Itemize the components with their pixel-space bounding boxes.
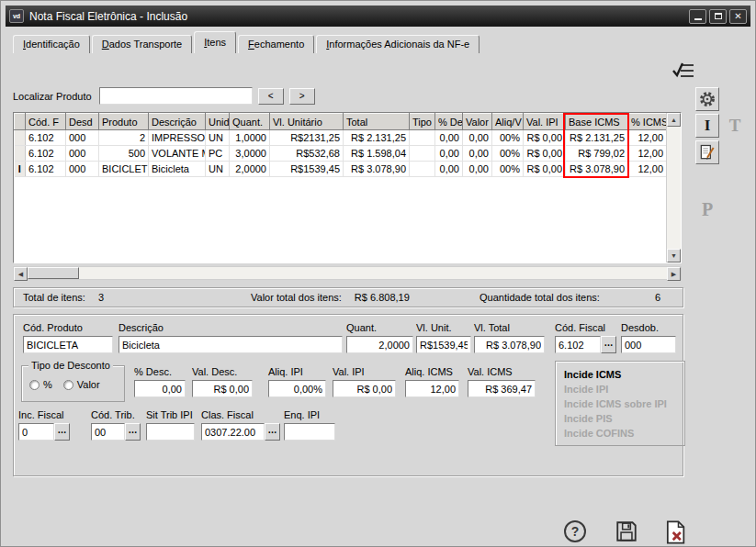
pct-desc-field[interactable] [134,380,186,397]
val-desc-field[interactable] [192,380,253,397]
cod-trib-label: Cód. Trib. [91,409,141,420]
locate-product-input[interactable] [99,87,253,105]
scroll-up-button[interactable]: ▲ [667,113,681,127]
total-value-label: Valor total dos itens: [251,292,342,303]
grid-header[interactable]: Total [344,114,410,130]
cell-base-icms: R$ 799,02 [566,146,628,162]
tab-informacoes-adicionais[interactable]: Informações Adicionais da NF-e [316,35,480,53]
table-row-current[interactable]: I 6.102 000 BICICLET Bicicleta UN 2,0000… [15,162,667,177]
cell: 3,0000 [230,146,270,162]
grid-header[interactable]: Aliq/V [492,114,524,130]
sit-trib-ipi-field[interactable] [146,423,195,441]
italic-button[interactable]: I [695,114,719,138]
vl-total-field[interactable] [474,336,545,353]
quant-field[interactable] [346,336,413,353]
document-edit-icon [698,143,717,162]
clas-fiscal-lookup-button[interactable]: … [265,423,280,441]
radio-icon [63,380,73,390]
grid-header[interactable]: Produto [99,114,149,130]
cod-produto-field[interactable] [23,336,113,353]
title-bar[interactable]: vd Nota Fiscal Eletrônica - Inclusão ✕ [6,6,750,27]
total-qty-value: 6 [655,292,660,303]
grid-header[interactable]: Desd [66,114,99,130]
table-row[interactable]: 6.102 000 2 IMPRESSOR UN 1,0000 R$2131,2… [15,130,667,146]
cell: 2 [99,130,149,146]
grid-header[interactable]: Quant. [230,114,270,130]
tab-fechamento[interactable]: Fechamento [238,35,314,53]
scrollbar-thumb[interactable] [28,267,79,279]
grid-header[interactable]: Tipo [410,114,435,130]
cell: 0,00 [463,146,492,162]
vl-total-label: Vl. Total [474,322,545,333]
cell: 6.102 [26,146,66,162]
clas-fiscal-field[interactable] [201,423,265,441]
vl-unit-label: Vl. Unit. [416,322,471,333]
enq-ipi-field[interactable] [284,423,335,441]
maximize-button[interactable] [709,9,727,24]
incide-icms-item: Incide ICMS [564,367,676,382]
cell [410,130,435,146]
cod-trib-lookup-button[interactable]: … [125,423,141,441]
grid-header[interactable]: Unid [206,114,230,130]
cell: BICICLET [99,162,149,177]
quant-label: Quant. [346,322,413,333]
row-selector [15,146,26,162]
settings-button[interactable] [695,87,719,111]
aliq-icms-field[interactable] [405,380,459,397]
grid-header[interactable]: Valor [463,114,492,130]
inc-fiscal-lookup-button[interactable]: … [54,423,70,441]
cancel-button[interactable] [661,519,689,546]
grid-header[interactable]: % De [435,114,463,130]
edit-document-button[interactable] [695,140,719,164]
cod-trib-field[interactable] [91,423,125,441]
val-icms-label: Val. ICMS [468,366,536,377]
cell: UN [206,130,230,146]
previous-item-button[interactable]: < [258,88,284,105]
horizontal-scrollbar[interactable]: ◀ ▶ [13,266,682,280]
descricao-field[interactable] [118,336,343,353]
scroll-down-button[interactable]: ▼ [667,249,681,262]
minimize-button[interactable] [689,9,706,24]
grid-header[interactable]: Descrição [149,114,206,130]
grid-header[interactable]: % ICMS [628,114,667,130]
tab-dados-transporte[interactable]: Dados Transporte [92,35,192,53]
scroll-left-button[interactable]: ◀ [14,267,28,281]
aliq-ipi-field[interactable] [268,380,326,397]
grid-header[interactable]: Val. IPI [524,114,566,130]
discount-type-title: Tipo de Desconto [28,360,113,371]
tab-itens[interactable]: Itens [194,31,236,53]
cod-produto-label: Cód. Produto [23,322,113,333]
val-icms-field[interactable] [468,380,536,397]
val-desc-label: Val. Desc. [192,366,253,377]
discount-percent-radio[interactable]: % [29,379,52,390]
table-row[interactable]: 6.102 000 500 VOLANTE M PC 3,0000 R$532,… [15,146,667,162]
scrollbar-track[interactable] [28,267,667,279]
cell: 0,00 [435,130,463,146]
cell: 6.102 [26,130,66,146]
cell-base-icms: R$ 3.078,90 [566,162,628,177]
cell: 0,00 [435,146,463,162]
cell: R$ 1.598,04 [344,146,410,162]
cod-fiscal-field[interactable] [555,336,601,353]
help-button[interactable]: ? [562,519,588,544]
grid-header[interactable]: Vl. Unitário [270,114,344,130]
cell: R$1539,45 [270,162,344,177]
cod-fiscal-lookup-button[interactable]: … [601,336,616,353]
minimize-icon [694,18,702,20]
grid-header[interactable]: Cód. F [26,114,66,130]
val-ipi-field[interactable] [333,380,396,397]
grid-header-base-icms[interactable]: Base ICMS [566,114,628,130]
aliq-icms-label: Aliq. ICMS [405,366,459,377]
scroll-right-button[interactable]: ▶ [667,267,681,281]
inc-fiscal-field[interactable] [18,423,54,441]
close-button[interactable]: ✕ [729,9,747,24]
discount-value-radio[interactable]: Valor [63,379,100,390]
mark-items-button[interactable] [669,56,698,85]
vl-unit-field[interactable] [416,336,471,353]
vertical-scrollbar[interactable]: ▲ ▼ [666,113,681,262]
save-button[interactable] [614,519,639,544]
desdob-field[interactable] [621,336,676,353]
tab-identificacao[interactable]: Identificação [13,35,90,53]
next-item-button[interactable]: > [289,88,315,105]
cell: 12,00 [628,162,667,177]
